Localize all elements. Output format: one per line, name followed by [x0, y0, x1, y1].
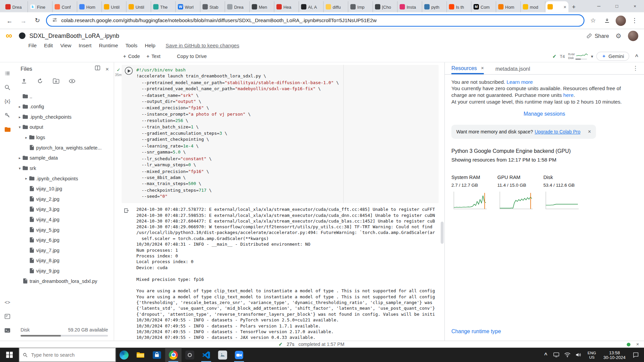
file-tree-item[interactable]: ▸.ipynb_checkpoints	[15, 173, 114, 184]
file-tree-item[interactable]: vijay_2.jpg	[15, 194, 114, 204]
file-tree-item[interactable]: ▸.ipynb_checkpoints	[15, 112, 114, 122]
notebook-title[interactable]: SDXL_DreamBooth_LoRA_.ipynb	[30, 33, 119, 39]
file-tree-item[interactable]: ..	[15, 91, 114, 102]
browser-tab[interactable]: Insta	[397, 1, 422, 12]
file-tree-item[interactable]: vijay_8.jpg	[15, 255, 114, 266]
browser-tab[interactable]: Conf	[53, 1, 77, 12]
gemini-button[interactable]: ✦Gemini	[596, 52, 629, 61]
tray-expand-icon[interactable]: ^	[541, 352, 551, 358]
variables-icon[interactable]: {x}	[0, 95, 15, 109]
browser-tab[interactable]: Hom	[496, 1, 521, 12]
cell-code[interactable]: #!/usr/bin/env bash!accelerate launch tr…	[137, 67, 439, 200]
browser-tab[interactable]: Imp	[348, 1, 373, 12]
tab-close-icon[interactable]: ×	[564, 4, 567, 9]
chevron-right-icon[interactable]: ▸	[24, 176, 29, 180]
menu-tools[interactable]: Tools	[122, 43, 141, 48]
menu-file[interactable]: File	[24, 43, 40, 48]
file-tree-item[interactable]: vijay_6.jpg	[15, 235, 114, 245]
browser-tab[interactable]: Until	[126, 1, 151, 12]
browser-tab[interactable]: Hom	[77, 1, 102, 12]
action-center-icon[interactable]	[629, 352, 644, 358]
close-status-icon[interactable]: ×	[636, 342, 639, 347]
file-tree-item[interactable]: ▸logs	[15, 132, 114, 142]
notebook-scrollbar[interactable]	[441, 222, 444, 244]
zoom-taskbar-icon[interactable]	[231, 348, 247, 362]
code-snippets-icon[interactable]: <>	[0, 296, 15, 310]
save-in-github-link[interactable]: Save in GitHub to keep changes	[166, 43, 239, 48]
tab-resources[interactable]: Resources ×	[451, 62, 484, 74]
table-of-contents-icon[interactable]	[0, 66, 15, 80]
browser-tab[interactable]: ×	[545, 1, 569, 12]
language-indicator[interactable]: ENGUS	[584, 350, 600, 359]
search-icon[interactable]	[0, 80, 15, 95]
volume-icon[interactable]	[573, 351, 584, 358]
browser-tab[interactable]: kFine	[28, 1, 52, 12]
file-tree-item[interactable]: vijay_3.jpg	[15, 204, 114, 215]
add-text-button[interactable]: +Text	[147, 53, 161, 59]
menu-edit[interactable]: Edit	[40, 43, 56, 48]
file-tree-item[interactable]: ▾output	[15, 122, 114, 132]
chevron-right-icon[interactable]: ▸	[17, 156, 22, 160]
browser-tab[interactable]: Al, A	[299, 1, 323, 12]
new-tab-button[interactable]: +	[569, 1, 579, 12]
share-button[interactable]: Share	[586, 33, 609, 39]
file-tree-item[interactable]: vijay_10.jpg	[15, 183, 114, 194]
menu-runtime[interactable]: Runtime	[95, 43, 122, 48]
file-tree-item[interactable]: ▸.config	[15, 101, 114, 112]
browser-menu-icon[interactable]: ⋮	[629, 15, 640, 26]
file-explorer-taskbar-icon[interactable]	[132, 348, 149, 362]
manage-sessions-link[interactable]: Manage sessions	[524, 111, 565, 117]
run-cell-button[interactable]	[125, 67, 132, 75]
chevron-down-icon[interactable]: ▾	[17, 125, 22, 129]
close-resources-tab-icon[interactable]: ×	[481, 65, 484, 71]
browser-profile-avatar[interactable]	[616, 15, 626, 26]
window-minimize-button[interactable]: ─	[590, 0, 608, 12]
file-tree-item[interactable]: vijay_4.jpg	[15, 214, 114, 225]
downloads-icon[interactable]	[602, 15, 612, 26]
open-in-split-icon[interactable]	[94, 65, 100, 72]
browser-tab[interactable]: Until	[102, 1, 126, 12]
browser-tab[interactable]: pyth	[422, 1, 447, 12]
window-maximize-button[interactable]: □	[608, 0, 626, 12]
bookmark-star-icon[interactable]: ☆	[588, 15, 598, 26]
browser-tab[interactable]: WWorl	[176, 1, 200, 12]
learn-more-link[interactable]: Learn more	[506, 79, 533, 85]
purchase-here-link[interactable]: here	[563, 93, 574, 98]
colab-profile-avatar[interactable]	[628, 31, 638, 41]
browser-tab[interactable]: mod	[521, 1, 545, 12]
browser-tab[interactable]: Hea	[274, 1, 299, 12]
browser-tab[interactable]: MCom	[472, 1, 496, 12]
resource-meter[interactable]: RAM Disk	[568, 53, 588, 60]
reload-button[interactable]: ↻	[32, 15, 43, 26]
edge-taskbar-icon[interactable]	[116, 348, 132, 362]
add-code-button[interactable]: +Code	[123, 53, 140, 59]
close-files-panel-icon[interactable]: ×	[105, 65, 109, 72]
upload-file-icon[interactable]	[20, 77, 28, 86]
settings-gear-icon[interactable]: ⚙	[615, 32, 622, 40]
taskbar-clock[interactable]: 13:5830-10-2024	[600, 350, 629, 360]
dismiss-banner-icon[interactable]: ×	[588, 128, 591, 135]
mount-drive-icon[interactable]	[53, 77, 60, 86]
file-tree-item[interactable]: vijay_5.jpg	[15, 225, 114, 235]
taskbar-search-input[interactable]	[31, 352, 112, 358]
file-tree-item[interactable]: vijay_9.jpg	[15, 265, 114, 276]
file-tree-item[interactable]: ▸sample_data	[15, 153, 114, 163]
secrets-key-icon[interactable]	[0, 108, 15, 122]
network-wifi-icon[interactable]	[562, 351, 573, 358]
tab-metadata[interactable]: metadata.jsonl	[495, 62, 530, 74]
pc-status-icon[interactable]	[551, 351, 562, 358]
menu-view[interactable]: View	[57, 43, 75, 48]
photos-app-taskbar-icon[interactable]	[214, 348, 231, 362]
file-tree-item[interactable]: vijay_7.jpg	[15, 245, 114, 255]
chevron-right-icon[interactable]: ▸	[17, 105, 22, 109]
chrome-taskbar-icon[interactable]	[165, 348, 181, 362]
file-tree-item[interactable]: pytorch_lora_weights.safete...	[15, 142, 114, 153]
hidden-files-eye-icon[interactable]	[68, 77, 75, 86]
browser-tab[interactable]: diffu	[324, 1, 348, 12]
chevron-right-icon[interactable]: ▸	[17, 115, 22, 119]
browser-tab[interactable]: Men	[250, 1, 274, 12]
refresh-files-icon[interactable]	[37, 77, 44, 86]
file-tree-item[interactable]: train_dreambooth_lora_sdxl.py	[15, 276, 114, 286]
window-close-button[interactable]: ×	[626, 0, 644, 12]
command-palette-icon[interactable]	[0, 309, 15, 323]
